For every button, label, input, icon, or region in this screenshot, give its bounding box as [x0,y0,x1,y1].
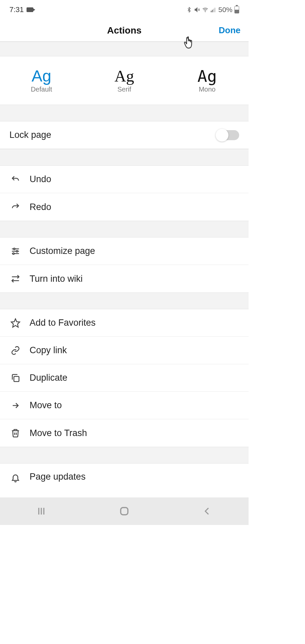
wifi-icon [202,7,208,13]
svg-rect-2 [212,10,213,12]
font-label-default: Default [31,86,52,93]
add-to-favorites-row[interactable]: Add to Favorites [0,309,249,337]
duplicate-label: Duplicate [30,373,239,383]
camera-icon [27,7,33,12]
svg-rect-1 [211,11,211,12]
font-label-mono: Mono [199,86,216,93]
font-selector: Ag Default Ag Serif Ag Mono [0,56,249,105]
undo-icon [9,173,21,185]
font-option-serif[interactable]: Ag Serif [83,56,166,105]
svg-point-6 [13,248,15,250]
battery-icon [234,6,239,13]
svg-rect-4 [215,8,215,12]
customize-page-label: Customize page [30,246,239,256]
bluetooth-icon [186,7,192,13]
customize-page-row[interactable]: Customize page [0,237,249,265]
home-nav-button[interactable] [114,504,134,518]
svg-marker-11 [11,319,20,327]
lock-page-toggle[interactable] [217,130,239,140]
font-option-default[interactable]: Ag Default [0,56,83,105]
status-bar: 7:31 50% [0,0,249,19]
lock-page-row[interactable]: Lock page [0,121,249,149]
move-to-trash-label: Move to Trash [30,428,239,438]
svg-rect-12 [14,376,19,381]
svg-point-0 [205,11,206,12]
section-divider [0,292,249,309]
page-updates-label: Page updates [30,472,239,482]
svg-rect-3 [213,9,214,12]
undo-label: Undo [30,174,239,184]
signal-icon [210,7,216,13]
undo-row[interactable]: Undo [0,166,249,193]
section-divider [0,221,249,237]
turn-into-wiki-row[interactable]: Turn into wiki [0,265,249,292]
sliders-icon [9,245,21,257]
star-icon [9,317,21,329]
font-label-serif: Serif [117,86,131,93]
move-to-row[interactable]: Move to [0,392,249,419]
duplicate-icon [9,372,21,384]
font-option-mono[interactable]: Ag Mono [166,56,249,105]
battery-percentage: 50% [218,6,232,14]
back-nav-button[interactable] [197,504,217,518]
svg-rect-16 [121,507,128,515]
move-to-icon [9,399,21,412]
redo-label: Redo [30,202,239,212]
svg-point-8 [16,250,18,252]
turn-into-wiki-label: Turn into wiki [30,274,239,284]
status-time: 7:31 [9,5,24,14]
mute-icon [194,7,200,13]
redo-row[interactable]: Redo [0,193,249,221]
section-divider [0,149,249,166]
convert-icon [9,273,21,285]
toggle-knob [216,129,228,142]
font-sample-mono: Ag [198,68,217,84]
lock-page-label: Lock page [9,130,217,140]
done-button[interactable]: Done [219,25,241,36]
header-bar: Actions Done [0,19,249,42]
font-sample-serif: Ag [115,68,134,84]
section-divider [0,105,249,121]
bell-icon [9,472,21,484]
font-sample-default: Ag [32,68,51,84]
link-icon [9,344,21,357]
page-title: Actions [107,25,142,36]
redo-icon [9,201,21,213]
section-divider [0,447,249,464]
section-divider [0,42,249,56]
copy-link-label: Copy link [30,345,239,356]
android-nav-bar [0,497,249,525]
copy-link-row[interactable]: Copy link [0,337,249,364]
move-to-trash-row[interactable]: Move to Trash [0,419,249,447]
recents-nav-button[interactable] [31,504,51,518]
move-to-label: Move to [30,400,239,411]
page-updates-row[interactable]: Page updates [0,464,249,484]
duplicate-row[interactable]: Duplicate [0,364,249,392]
svg-point-10 [13,253,14,254]
trash-icon [9,427,21,439]
add-to-favorites-label: Add to Favorites [30,318,239,328]
